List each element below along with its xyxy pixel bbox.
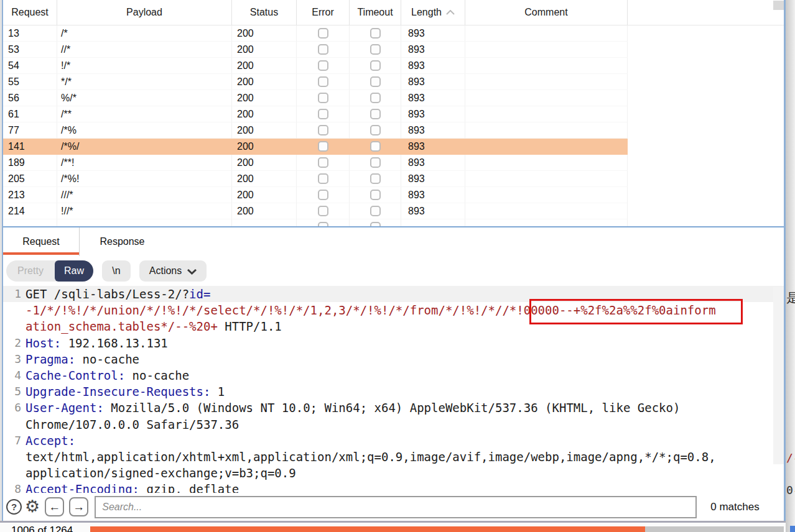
table-scrollbar-thumb[interactable]: [773, 1, 784, 10]
error-checkbox[interactable]: [318, 190, 328, 200]
cell: 200: [232, 187, 297, 203]
code-line: 4Cache-Control: no-cache: [3, 367, 784, 383]
cell: 56: [3, 90, 57, 106]
http-request-editor[interactable]: 1GET /sqli-labs/Less-2/?id=-1/*/!%!/*/un…: [3, 286, 784, 500]
timeout-checkbox[interactable]: [370, 93, 381, 103]
timeout-checkbox[interactable]: [370, 125, 381, 135]
column-header-request[interactable]: Request: [3, 0, 57, 25]
search-input[interactable]: [95, 496, 697, 518]
code-line: 6User-Agent: Mozilla/5.0 (Windows NT 10.…: [3, 400, 784, 416]
error-checkbox[interactable]: [318, 173, 328, 184]
timeout-checkbox[interactable]: [370, 190, 381, 200]
error-checkbox[interactable]: [318, 125, 328, 135]
table-row[interactable]: 189/**!200893: [3, 155, 628, 171]
error-checkbox[interactable]: [318, 28, 328, 39]
line-number: 7: [3, 433, 26, 449]
error-checkbox[interactable]: [318, 206, 328, 216]
column-header-payload[interactable]: Payload: [57, 0, 232, 25]
cell: [465, 139, 628, 155]
background-text-fragment: 是: [786, 290, 795, 306]
code-text: Chrome/107.0.0.0 Safari/537.36: [26, 416, 239, 433]
cell: 214: [3, 203, 57, 219]
cell: 53: [3, 42, 57, 58]
table-row[interactable]: 56%/*200893: [3, 90, 628, 106]
code-line: 3Pragma: no-cache: [3, 351, 784, 367]
table-row[interactable]: 213///*200893: [3, 187, 628, 203]
timeout-checkbox[interactable]: [370, 141, 381, 152]
cell: 893: [401, 139, 465, 155]
error-checkbox[interactable]: [318, 60, 328, 71]
cell: 213: [3, 187, 57, 203]
cell: //*: [57, 42, 232, 58]
editor-toolbar: Pretty Raw \n Actions: [3, 256, 784, 286]
table-row[interactable]: 61/**200893: [3, 106, 628, 122]
table-row[interactable]: 53//*200893: [3, 42, 628, 58]
cell: 893: [401, 58, 465, 74]
raw-button[interactable]: Raw: [55, 260, 93, 282]
code-line: -1/*/!%!/*/union/*/!%!/*/select/*/!%!/*/…: [3, 302, 784, 318]
code-text: -1/*/!%!/*/union/*/!%!/*/select/*/!%!/*/…: [26, 302, 716, 318]
table-row[interactable]: 141/*%/200893: [3, 139, 628, 155]
tab-response[interactable]: Response: [79, 227, 165, 256]
timeout-checkbox[interactable]: [370, 76, 381, 87]
line-number: [3, 449, 26, 465]
cell: 200: [232, 203, 297, 219]
timeout-checkbox[interactable]: [370, 206, 381, 216]
cell: /*%: [57, 122, 232, 139]
cell: 893: [401, 122, 465, 139]
cell: 200: [232, 25, 297, 42]
timeout-checkbox[interactable]: [370, 173, 381, 184]
table-row[interactable]: 54!/*200893: [3, 58, 628, 74]
cell: 200: [232, 106, 297, 122]
error-checkbox[interactable]: [318, 141, 328, 152]
cell: [465, 106, 628, 122]
pretty-button[interactable]: Pretty: [6, 260, 55, 282]
line-number: [3, 302, 26, 318]
table-row[interactable]: 205/*%!200893: [3, 171, 628, 187]
actions-button[interactable]: Actions: [139, 260, 207, 282]
line-number: 4: [3, 367, 26, 383]
cell: [465, 90, 628, 106]
table-row[interactable]: 214!//*200893: [3, 203, 628, 219]
column-header-timeout[interactable]: Timeout: [350, 0, 401, 25]
next-match-button[interactable]: →: [69, 497, 88, 516]
timeout-checkbox[interactable]: [370, 44, 381, 55]
gear-icon[interactable]: ⚙: [25, 498, 40, 515]
error-checkbox[interactable]: [318, 222, 328, 226]
timeout-checkbox[interactable]: [370, 222, 381, 226]
column-header-error[interactable]: Error: [297, 0, 350, 25]
line-number: [3, 465, 26, 481]
show-newlines-button[interactable]: \n: [102, 260, 131, 282]
cell: [465, 74, 628, 90]
error-checkbox[interactable]: [318, 157, 328, 168]
timeout-checkbox[interactable]: [370, 157, 381, 168]
table-row[interactable]: 77/*%200893: [3, 122, 628, 139]
error-checkbox[interactable]: [318, 109, 328, 119]
table-row[interactable]: 13/*200893: [3, 25, 628, 42]
error-checkbox[interactable]: [318, 44, 328, 55]
table-row[interactable]: 55*/*200893: [3, 74, 628, 90]
timeout-checkbox[interactable]: [370, 28, 381, 39]
cell: /*: [57, 25, 232, 42]
progress-bar-track: [90, 526, 784, 532]
column-header-label: Request: [11, 7, 49, 18]
tab-request[interactable]: Request: [3, 227, 79, 256]
code-text: ation_schema.tables*/--%20+ HTTP/1.1: [26, 318, 282, 334]
cell: %/*: [57, 90, 232, 106]
error-checkbox[interactable]: [318, 93, 328, 103]
editor-scrollbar[interactable]: [773, 287, 784, 464]
timeout-checkbox[interactable]: [370, 109, 381, 119]
cell: 54: [3, 58, 57, 74]
progress-count-label: 1006 of 1264: [11, 525, 73, 532]
column-header-status[interactable]: Status: [232, 0, 297, 25]
table-row-partial[interactable]: [3, 219, 628, 226]
column-header-length[interactable]: Length: [401, 0, 465, 25]
help-icon[interactable]: ?: [6, 499, 22, 515]
error-checkbox[interactable]: [318, 76, 328, 87]
burp-intruder-results-window: RequestPayloadStatusErrorTimeoutLengthCo…: [0, 0, 795, 532]
column-header-label: Status: [250, 7, 278, 18]
timeout-checkbox[interactable]: [370, 60, 381, 71]
column-header-comment[interactable]: Comment: [465, 0, 628, 25]
code-line: 5Upgrade-Insecure-Requests: 1: [3, 383, 784, 400]
previous-match-button[interactable]: ←: [45, 497, 64, 516]
